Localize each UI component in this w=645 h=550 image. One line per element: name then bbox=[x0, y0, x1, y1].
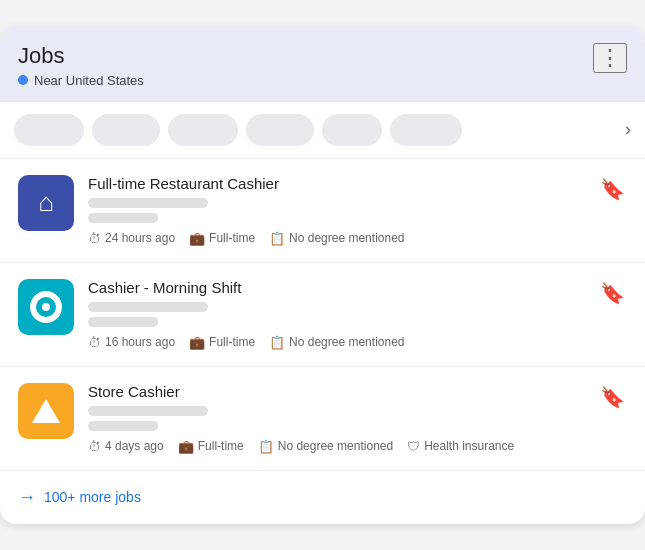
job-title-1: Full-time Restaurant Cashier bbox=[88, 175, 584, 192]
shield-icon: 🛡 bbox=[407, 439, 420, 454]
filter-pill-5[interactable] bbox=[322, 114, 382, 146]
job-item-3[interactable]: Store Cashier ⏱ 4 days ago 💼 Full-time 📋… bbox=[0, 367, 645, 471]
more-jobs-label: 100+ more jobs bbox=[44, 489, 141, 505]
briefcase-icon-3: 💼 bbox=[178, 439, 194, 454]
job-time-2: ⏱ 16 hours ago bbox=[88, 335, 175, 350]
job-info-2: Cashier - Morning Shift ⏱ 16 hours ago 💼… bbox=[88, 279, 584, 350]
job-degree-1: 📋 No degree mentioned bbox=[269, 231, 404, 246]
briefcase-icon-2: 💼 bbox=[189, 335, 205, 350]
bookmark-button-2[interactable]: 🔖 bbox=[598, 279, 627, 307]
header-location: Near United States bbox=[18, 73, 144, 88]
location-text: Near United States bbox=[34, 73, 144, 88]
jobs-title: Jobs bbox=[18, 43, 144, 69]
filter-pill-2[interactable] bbox=[92, 114, 160, 146]
more-options-button[interactable]: ⋮ bbox=[593, 43, 627, 73]
triangle-icon bbox=[32, 399, 60, 423]
job-benefit-3: 🛡 Health insurance bbox=[407, 439, 514, 454]
job-time-3: ⏱ 4 days ago bbox=[88, 439, 164, 454]
skeleton-location-3 bbox=[88, 421, 158, 431]
skeleton-company-1 bbox=[88, 198, 208, 208]
job-type-1: 💼 Full-time bbox=[189, 231, 255, 246]
job-list: ⌂ Full-time Restaurant Cashier ⏱ 24 hour… bbox=[0, 159, 645, 471]
job-info-3: Store Cashier ⏱ 4 days ago 💼 Full-time 📋… bbox=[88, 383, 584, 454]
skeleton-company-3 bbox=[88, 406, 208, 416]
job-type-2: 💼 Full-time bbox=[189, 335, 255, 350]
bookmark-button-3[interactable]: 🔖 bbox=[598, 383, 627, 411]
clock-icon-3: ⏱ bbox=[88, 439, 101, 454]
job-type-3: 💼 Full-time bbox=[178, 439, 244, 454]
location-dot bbox=[18, 75, 28, 85]
job-title-3: Store Cashier bbox=[88, 383, 584, 400]
skeleton-location-2 bbox=[88, 317, 158, 327]
job-logo-1: ⌂ bbox=[18, 175, 74, 231]
clock-icon-2: ⏱ bbox=[88, 335, 101, 350]
job-meta-2: ⏱ 16 hours ago 💼 Full-time 📋 No degree m… bbox=[88, 335, 584, 350]
more-jobs-row: → 100+ more jobs bbox=[0, 471, 645, 524]
job-logo-3 bbox=[18, 383, 74, 439]
bookmark-button-1[interactable]: 🔖 bbox=[598, 175, 627, 203]
skeleton-company-2 bbox=[88, 302, 208, 312]
more-jobs-link[interactable]: → 100+ more jobs bbox=[18, 487, 141, 508]
header: Jobs Near United States ⋮ bbox=[0, 27, 645, 102]
job-title-2: Cashier - Morning Shift bbox=[88, 279, 584, 296]
diploma-icon-1: 📋 bbox=[269, 231, 285, 246]
header-left: Jobs Near United States bbox=[18, 43, 144, 88]
filter-pill-6[interactable] bbox=[390, 114, 462, 146]
diploma-icon-3: 📋 bbox=[258, 439, 274, 454]
job-item-1[interactable]: ⌂ Full-time Restaurant Cashier ⏱ 24 hour… bbox=[0, 159, 645, 263]
filter-pill-3[interactable] bbox=[168, 114, 238, 146]
job-logo-2 bbox=[18, 279, 74, 335]
filter-row: › bbox=[0, 102, 645, 159]
jobs-card: Jobs Near United States ⋮ › ⌂ Full-time … bbox=[0, 27, 645, 524]
filter-pill-4[interactable] bbox=[246, 114, 314, 146]
job-time-1: ⏱ 24 hours ago bbox=[88, 231, 175, 246]
briefcase-icon-1: 💼 bbox=[189, 231, 205, 246]
job-meta-1: ⏱ 24 hours ago 💼 Full-time 📋 No degree m… bbox=[88, 231, 584, 246]
house-icon: ⌂ bbox=[38, 187, 54, 218]
job-info-1: Full-time Restaurant Cashier ⏱ 24 hours … bbox=[88, 175, 584, 246]
arrow-right-icon: → bbox=[18, 487, 36, 508]
job-item-2[interactable]: Cashier - Morning Shift ⏱ 16 hours ago 💼… bbox=[0, 263, 645, 367]
job-meta-3: ⏱ 4 days ago 💼 Full-time 📋 No degree men… bbox=[88, 439, 584, 454]
diploma-icon-2: 📋 bbox=[269, 335, 285, 350]
job-degree-2: 📋 No degree mentioned bbox=[269, 335, 404, 350]
skeleton-location-1 bbox=[88, 213, 158, 223]
donut-icon bbox=[30, 291, 62, 323]
job-degree-3: 📋 No degree mentioned bbox=[258, 439, 393, 454]
filter-pill-1[interactable] bbox=[14, 114, 84, 146]
filter-chevron-icon[interactable]: › bbox=[625, 119, 631, 140]
clock-icon-1: ⏱ bbox=[88, 231, 101, 246]
